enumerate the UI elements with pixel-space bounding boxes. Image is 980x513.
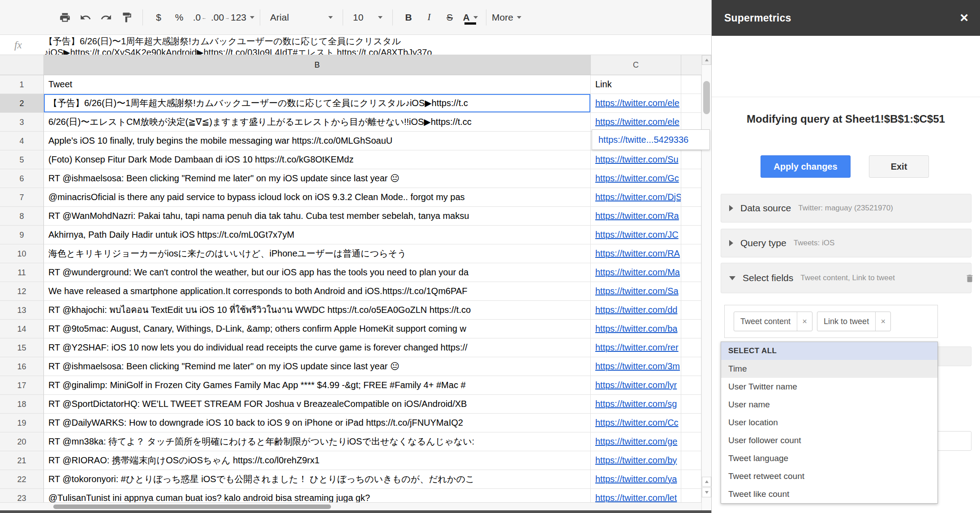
dropdown-item-user-follower-count[interactable]: User follower count — [721, 432, 937, 449]
cell-D22-partial[interactable] — [681, 470, 701, 489]
cell-C16[interactable]: https://twitter.com/3m — [591, 357, 681, 376]
row-header-9[interactable]: 9 — [0, 226, 44, 244]
row-header-12[interactable]: 12 — [0, 282, 44, 301]
row-header-2[interactable]: 2 — [0, 94, 44, 113]
vertical-scrollbar-thumb[interactable] — [703, 81, 710, 114]
cell-C13[interactable]: https://twitter.com/dd — [591, 301, 681, 320]
exit-button[interactable]: Exit — [869, 155, 929, 178]
print-button[interactable] — [55, 7, 75, 28]
cell-D1-partial[interactable] — [681, 75, 701, 94]
delete-fields-button[interactable] — [965, 273, 975, 286]
font-family-select[interactable]: Arial — [266, 7, 337, 28]
cell-D7-partial[interactable] — [681, 188, 701, 207]
cell-B2[interactable]: 【予告】6/26(日)〜1周年超大感謝祭!カムバックユーザーの数に応じて全員にク… — [44, 94, 591, 113]
scroll-up-button-bottom[interactable] — [702, 477, 711, 487]
increase-decimals-button[interactable]: .00 → — [210, 7, 231, 28]
dropdown-item-tweet-language[interactable]: Tweet language — [721, 449, 937, 467]
cell-B1[interactable]: Tweet — [44, 75, 591, 94]
cell-B12[interactable]: We have released a smartphone applicatio… — [44, 282, 591, 301]
cell-B19[interactable]: RT @DailyWARKS: How to downgrade iOS 10 … — [44, 414, 591, 432]
cell-D23-partial[interactable] — [681, 489, 701, 502]
cell-B16[interactable]: RT @ishmaelsosa: Been clicking "Remind m… — [44, 357, 591, 376]
dropdown-item-time[interactable]: Time — [721, 360, 937, 378]
row-header-6[interactable]: 6 — [0, 169, 44, 188]
cell-B9[interactable]: Akhirnya, Path Daily Hadir untuk iOS htt… — [44, 226, 591, 244]
vertical-scrollbar[interactable] — [701, 55, 711, 510]
dropdown-item-user-twitter-name[interactable]: User Twitter name — [721, 378, 937, 396]
cell-C5[interactable]: https://twitter.com/Su — [591, 150, 681, 169]
cell-B5[interactable]: (Foto) Konsep Fitur Dark Mode Dambaan di… — [44, 150, 591, 169]
cell-D8-partial[interactable] — [681, 207, 701, 226]
dropdown-item-tweet-retweet-count[interactable]: Tweet retweet count — [721, 467, 937, 485]
cell-B7[interactable]: @minacrisOficial is there any paid servi… — [44, 188, 591, 207]
row-header-5[interactable]: 5 — [0, 150, 44, 169]
paint-format-button[interactable] — [116, 7, 137, 28]
cell-B4[interactable]: Apple's iOS 10 finally, truly begins the… — [44, 132, 591, 150]
cell-C22[interactable]: https://twitter.com/ya — [591, 470, 681, 489]
more-formats-button[interactable]: 123 — [231, 7, 254, 28]
cell-D20-partial[interactable] — [681, 432, 701, 451]
row-header-23[interactable]: 23 — [0, 489, 44, 502]
cell-D3-partial[interactable] — [681, 113, 701, 132]
font-size-select[interactable]: 10 — [348, 7, 387, 28]
field-tags[interactable]: Tweet content×Link to tweet× — [724, 305, 938, 338]
bold-button[interactable]: B — [398, 7, 419, 28]
row-header-22[interactable]: 22 — [0, 470, 44, 489]
row-header-7[interactable]: 7 — [0, 188, 44, 207]
cell-D10-partial[interactable] — [681, 244, 701, 263]
format-currency-button[interactable]: $ — [148, 7, 169, 28]
cell-D5-partial[interactable] — [681, 150, 701, 169]
row-header-15[interactable]: 15 — [0, 338, 44, 357]
cell-B15[interactable]: RT @Y2SHAF: iOS 10 now lets you do indiv… — [44, 338, 591, 357]
row-header-14[interactable]: 14 — [0, 320, 44, 338]
cell-D2-partial[interactable] — [681, 94, 701, 113]
cell-D19-partial[interactable] — [681, 414, 701, 432]
column-header-partial[interactable] — [681, 55, 701, 75]
cell-D12-partial[interactable] — [681, 282, 701, 301]
cell-C12[interactable]: https://twitter.com/Sa — [591, 282, 681, 301]
text-color-button[interactable]: A — [460, 7, 481, 28]
decrease-decimals-button[interactable]: .0 ← — [189, 7, 210, 28]
row-header-20[interactable]: 20 — [0, 432, 44, 451]
cell-B13[interactable]: RT @khajochi: พบไอคอน TextEdit บน iOS 10… — [44, 301, 591, 320]
cell-C9[interactable]: https://twitter.com/JC — [591, 226, 681, 244]
redo-button[interactable] — [96, 7, 116, 28]
dropdown-item-user-location[interactable]: User location — [721, 414, 937, 432]
dropdown-item-tweet-like-count[interactable]: Tweet like count — [721, 485, 937, 503]
cell-C7[interactable]: https://twitter.com/DjS — [591, 188, 681, 207]
row-header-8[interactable]: 8 — [0, 207, 44, 226]
row-header-10[interactable]: 10 — [0, 244, 44, 263]
cell-B23[interactable]: @TulisanTunist ini appnya cuman buat ios… — [44, 489, 591, 502]
cell-C6[interactable]: https://twitter.com/Gc — [591, 169, 681, 188]
row-header-13[interactable]: 13 — [0, 301, 44, 320]
row-header-3[interactable]: 3 — [0, 113, 44, 132]
more-button[interactable]: More — [492, 7, 521, 28]
cell-D9-partial[interactable] — [681, 226, 701, 244]
accordion-select-fields[interactable]: Select fields Tweet content, Link to twe… — [721, 263, 971, 293]
undo-button[interactable] — [75, 7, 96, 28]
row-header-18[interactable]: 18 — [0, 395, 44, 414]
formula-input[interactable]: 【予告】6/26(日)〜1周年超大感謝祭!カムバックユーザーの数に応じて全員にク… — [44, 35, 711, 55]
cell-D18-partial[interactable] — [681, 395, 701, 414]
corner-cell[interactable] — [0, 55, 44, 75]
cell-C8[interactable]: https://twitter.com/Ra — [591, 207, 681, 226]
cell-B17[interactable]: RT @ginalimp: MiniGolf in Frozen City Ga… — [44, 376, 591, 395]
cell-D15-partial[interactable] — [681, 338, 701, 357]
cell-C17[interactable]: https://twitter.com/lyr — [591, 376, 681, 395]
cell-C20[interactable]: https://twitter.com/ge — [591, 432, 681, 451]
cell-C15[interactable]: https://twitter.com/rer — [591, 338, 681, 357]
column-header-C[interactable]: C — [591, 55, 681, 75]
cell-D11-partial[interactable] — [681, 263, 701, 282]
cell-B10[interactable]: 海色とキリキリジョーカーがiosに来たのはいいけど、iPhoneユーザーは普通に… — [44, 244, 591, 263]
cell-B14[interactable]: RT @9to5mac: August, Canary, Withings, D… — [44, 320, 591, 338]
cell-C2[interactable]: https://twitter.com/ele — [591, 94, 681, 113]
close-icon[interactable]: × — [960, 9, 968, 26]
cell-C19[interactable]: https://twitter.com/Cc — [591, 414, 681, 432]
scroll-up-button[interactable] — [702, 55, 711, 65]
cell-B11[interactable]: RT @wunderground: We can't control the w… — [44, 263, 591, 282]
cell-D16-partial[interactable] — [681, 357, 701, 376]
cell-D6-partial[interactable] — [681, 169, 701, 188]
column-header-B[interactable]: B — [44, 55, 591, 75]
remove-field-icon[interactable]: × — [797, 312, 812, 331]
cell-C18[interactable]: https://twitter.com/sg — [591, 395, 681, 414]
